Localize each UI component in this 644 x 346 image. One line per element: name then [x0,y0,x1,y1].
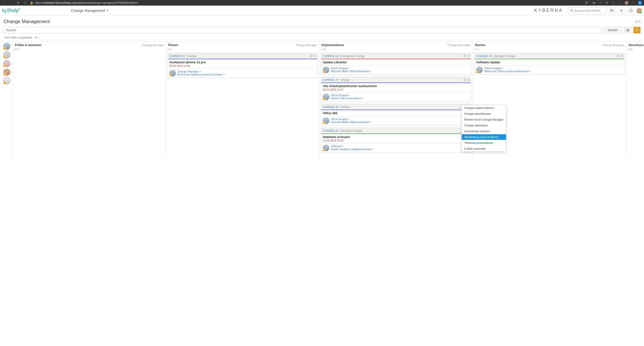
url-text[interactable]: https://vertrieb3.t1de.ky2help.com/agile… [35,1,138,4]
chevron-down-icon [107,10,109,11]
card-person[interactable]: Azizoski Mahir (Mahir.Azizoski) ▾ [331,70,371,73]
clock-icon[interactable]: ◷ [467,54,469,57]
context-menu-item[interactable]: Kommentar erfassen [462,128,506,134]
change-card[interactable]: CHANGE-17 Change ☰ ◷ Alle Arbeitsplatzdr… [321,77,471,102]
card-avatar[interactable] [323,145,329,151]
rail-avatar[interactable] [3,60,10,67]
rail-avatar[interactable] [3,77,10,84]
sync-icon[interactable]: ⟳ [605,1,609,5]
expand-icon[interactable]: ↕ [38,36,39,39]
card-person[interactable]: Azizoski Mahir (Mahir.Azizoski) ▾ [331,121,371,124]
clock-icon[interactable]: ◷ [313,54,316,57]
list-button[interactable] [617,7,625,14]
rail-avatar[interactable] [3,69,10,76]
card-person[interactable]: Obrenovic Perica (perica.obrenovic) ▾ [484,70,531,73]
page-title: Change Management [4,19,50,24]
card-id[interactable]: CHANGE-17 [323,78,339,81]
context-menu-item[interactable]: Telefonat protokollieren [462,140,506,146]
change-card[interactable]: CHANGE-24 Emergency Change ☰ ◷ Update Li… [321,53,471,75]
card-group[interactable]: Ohne Gruppe ▾ [331,118,371,121]
card-id[interactable]: CHANGE-23 [323,129,339,132]
svg-rect-7 [14,49,16,50]
shopping-icon[interactable]: ✧ [598,1,602,5]
clock-icon[interactable]: ◷ [467,78,469,81]
column-count: 1 [474,48,625,51]
rail-avatar[interactable] [3,51,10,59]
lock-icon[interactable]: 🔒 [30,1,33,5]
card-id[interactable]: CHANGE-22 [169,54,185,57]
context-menu-item[interactable]: E-Mail versenden [462,146,506,151]
svg-rect-10 [475,49,477,50]
url-prefix: https:// [35,1,43,4]
card-avatar[interactable] [323,118,329,124]
card-id[interactable]: CHANGE-24 [323,54,339,57]
card-title: Update Libraries [323,61,469,64]
menu-icon[interactable]: ☰ [617,54,619,57]
global-search[interactable]: 🔍 Suchen (Ctrl+Shift+f) [568,7,606,14]
back-icon[interactable]: ← [2,1,6,5]
filter-label: Kein Filter ausgewählt [5,36,32,39]
board-column: Planen Change Manager 1 CHANGE-22 Change… [166,41,319,158]
context-menu-item[interactable]: Change abbrechen [462,123,506,128]
breadcrumb-label: Change Management [71,9,105,13]
inbox-button[interactable] [608,7,616,14]
card-group[interactable]: Ohne Gruppe ▾ [484,67,531,70]
change-card[interactable]: CHANGE-23 Standard Change ☰ ◷ Headsets e… [321,128,471,153]
card-id[interactable]: CHANGE-19 [476,54,492,57]
column-title: Abschluss [628,43,644,47]
gauge-icon [629,9,633,12]
search-button[interactable]: Suchen [603,27,622,33]
card-type: Standard Change [494,54,515,57]
reload-icon[interactable]: ⟳ [16,1,20,5]
refresh-button[interactable] [633,27,640,33]
search-placeholder: Suchen (Ctrl+Shift+f) [574,9,600,12]
clock-icon[interactable]: ◷ [620,54,623,57]
home-icon[interactable]: ⌂ [23,1,27,5]
menu-icon[interactable]: ☰ [463,78,466,81]
card-group[interactable]: Software ▾ [331,145,373,148]
dashboard-button[interactable] [627,7,635,14]
search-icon: 🔍 [570,9,573,12]
card-avatar[interactable] [476,67,483,73]
breadcrumb-dropdown[interactable]: Change Management [71,9,109,13]
card-id[interactable]: CHANGE-25 [323,105,339,108]
change-card[interactable]: CHANGE-19 Standard Change ☰ ◷ Software U… [474,53,625,75]
brand-logo: KYBERNA [534,8,563,13]
settings-button[interactable] [624,27,631,33]
more-icon[interactable]: ⋯ [631,1,635,5]
zoom-icon[interactable]: ⊕ [592,1,595,5]
card-person[interactable]: Kieber Uwe (uwe.kieber) ▾ [331,97,363,100]
url-path: /agileboard/change-management?5&83353590… [77,1,138,4]
favorites-icon[interactable]: ☆ [612,1,615,5]
text-size-icon[interactable]: A⁺ [585,1,589,5]
card-icon [635,20,638,23]
card-avatar[interactable] [323,94,329,100]
card-context-menu[interactable]: Change implementierenChange abschliessen… [461,105,506,152]
context-menu-item[interactable]: Change abschliessen [462,111,506,117]
bing-icon[interactable]: b [638,1,642,5]
card-avatar[interactable] [323,67,329,73]
profile-icon[interactable] [625,1,628,5]
board-search-input[interactable] [4,27,601,33]
change-card[interactable]: CHANGE-22 Change ☰ ◷ Austausch Iphone 13… [168,53,318,78]
context-menu-item[interactable]: Bearbeitung dokumentieren [462,134,506,140]
user-avatar[interactable] [636,8,642,13]
download-icon[interactable]: ↓ [618,1,622,5]
context-menu-item[interactable]: Change implementieren [462,105,506,111]
card-type: Change [187,54,197,57]
card-group[interactable]: Ohne Gruppe ▾ [331,94,363,97]
card-group[interactable]: Change Manager ▾ [177,70,225,73]
board-column: Implementieren Change Bearbeiter 4 CHANG… [319,41,473,158]
card-group[interactable]: Ohne Gruppe ▾ [331,67,371,70]
menu-icon[interactable]: ☰ [310,54,312,57]
change-card[interactable]: CHANGE-25 Change ☰ ◷ Office 365 Ohne Gru… [321,104,471,126]
gear-icon [626,28,630,32]
add-filter-icon[interactable]: + [35,36,36,39]
menu-icon[interactable]: ☰ [463,54,466,57]
card-person[interactable]: Buchmayr Roland (roland.buchmayr) ▾ [177,73,225,76]
app-logo[interactable]: ky2help® [1,8,20,13]
card-person[interactable]: Huber Siegfried (siegfried.huber) ▾ [331,148,373,151]
card-avatar[interactable] [169,70,176,76]
rail-avatar[interactable] [3,43,10,50]
context-menu-item[interactable]: Review durch Change Manager [462,117,506,123]
